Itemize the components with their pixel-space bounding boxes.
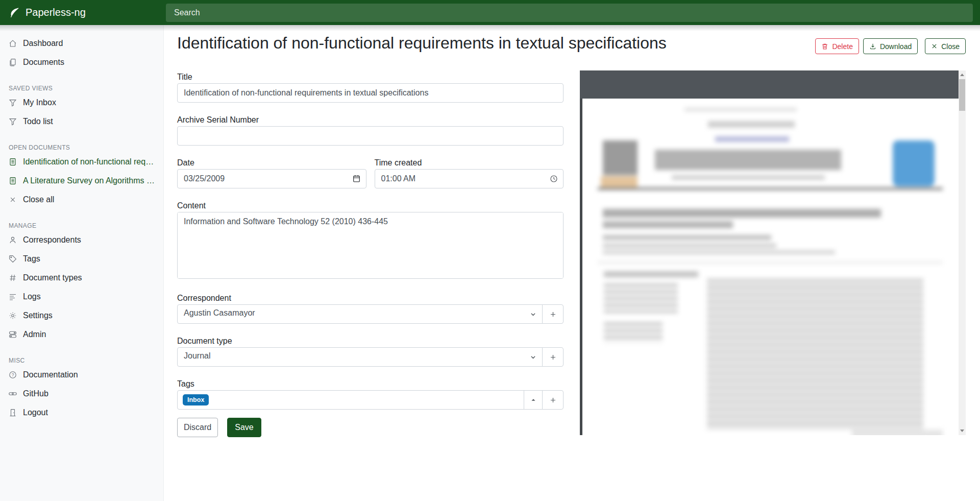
- document-type-value: Journal: [184, 351, 210, 360]
- blur-block: [715, 136, 789, 142]
- blur-block: [852, 430, 943, 435]
- blur-block: [601, 176, 638, 187]
- add-correspondent-button[interactable]: [542, 304, 564, 324]
- sidebar-item-settings[interactable]: Settings: [0, 306, 163, 325]
- file-text-icon: [9, 177, 17, 185]
- blur-block: [893, 140, 935, 186]
- sidebar-item-correspondents[interactable]: Correspondents: [0, 230, 163, 249]
- blur-block: [603, 221, 733, 228]
- tag-icon: [9, 255, 17, 263]
- delete-button[interactable]: Delete: [815, 38, 859, 54]
- sidebar-item-label: My Inbox: [23, 98, 56, 107]
- sidebar-item-label: Logout: [23, 408, 48, 417]
- time-label: Time created: [375, 157, 564, 169]
- sidebar-item-label: Tags: [23, 254, 40, 264]
- document-type-field-group: Document type Journal: [177, 335, 564, 367]
- asn-input[interactable]: [177, 126, 564, 146]
- link-icon: [9, 390, 17, 398]
- scrollbar-down-arrow[interactable]: [960, 430, 964, 432]
- add-document-type-button[interactable]: [542, 347, 564, 367]
- tag-badge-inbox[interactable]: Inbox: [183, 394, 209, 406]
- sidebar-heading-misc: MISC: [0, 356, 163, 365]
- scrollbar-thumb[interactable]: [959, 79, 965, 111]
- sidebar-item-github[interactable]: GitHub: [0, 384, 163, 403]
- blur-block: [672, 175, 825, 180]
- sidebar-item-logs[interactable]: Logs: [0, 287, 163, 306]
- document-type-label: Document type: [177, 335, 564, 347]
- blur-block: [598, 187, 943, 190]
- sidebar-item-my-inbox[interactable]: My Inbox: [0, 93, 163, 112]
- sidebar-heading-open-documents: OPEN DOCUMENTS: [0, 143, 163, 152]
- title-label: Title: [177, 71, 564, 83]
- preview-scrollbar[interactable]: [959, 70, 966, 435]
- gear-icon: [9, 312, 17, 320]
- sidebar-item-close-all[interactable]: Close all: [0, 190, 163, 209]
- sidebar-item-documentation[interactable]: ? Documentation: [0, 365, 163, 384]
- sidebar-item-open-doc-1[interactable]: Identification of non-functional require…: [0, 152, 163, 171]
- sidebar-item-todo-list[interactable]: Todo list: [0, 112, 163, 131]
- sidebar-item-label: Logs: [23, 292, 41, 301]
- correspondent-value: Agustin Casamayor: [184, 308, 255, 317]
- blur-block: [603, 250, 835, 254]
- date-time-row: Date Time created: [177, 157, 564, 188]
- document-type-select[interactable]: Journal: [177, 347, 543, 367]
- sidebar-item-open-doc-2[interactable]: A Literature Survey on Algorithms for Mu…: [0, 171, 163, 190]
- sidebar-item-label: Settings: [23, 311, 53, 320]
- download-button[interactable]: Download: [863, 38, 918, 54]
- sidebar-item-dashboard[interactable]: Dashboard: [0, 34, 163, 53]
- chevron-down-icon: [530, 311, 536, 318]
- sidebar-item-label: Todo list: [23, 117, 53, 126]
- sidebar-item-label: A Literature Survey on Algorithms for Mu…: [23, 176, 155, 185]
- add-tag-button[interactable]: [542, 390, 564, 410]
- discard-button[interactable]: Discard: [177, 418, 218, 437]
- header-actions: Delete Download Close: [815, 38, 966, 54]
- title-field-group: Title: [177, 71, 564, 103]
- delete-label: Delete: [832, 42, 852, 51]
- app-brand[interactable]: Paperless-ng: [9, 0, 86, 25]
- blur-block: [603, 235, 771, 240]
- form-actions: Discard Save: [177, 418, 564, 437]
- sidebar-heading-manage: MANAGE: [0, 221, 163, 230]
- sidebar-item-label: Identification of non-functional require…: [23, 157, 155, 166]
- sidebar-item-label: Admin: [23, 330, 46, 339]
- date-label: Date: [177, 157, 366, 169]
- blur-block: [655, 150, 841, 170]
- blurred-document-content: [582, 99, 959, 435]
- blur-block: [603, 244, 776, 248]
- pdf-viewer-toolbar: [580, 70, 959, 99]
- sidebar-item-label: Close all: [23, 195, 54, 204]
- tags-input[interactable]: Inbox: [177, 390, 524, 410]
- file-text-icon: [9, 158, 17, 166]
- content-textarea[interactable]: Information and Software Technology 52 (…: [177, 212, 564, 279]
- close-button[interactable]: Close: [925, 38, 966, 54]
- scrollbar-up-arrow[interactable]: [960, 74, 964, 76]
- sidebar-item-admin[interactable]: Admin: [0, 325, 163, 344]
- date-input[interactable]: [177, 169, 366, 188]
- sidebar: Dashboard Documents SAVED VIEWS My Inbox…: [0, 25, 164, 501]
- sidebar-item-document-types[interactable]: Document types: [0, 268, 163, 287]
- sidebar-item-logout[interactable]: Logout: [0, 403, 163, 422]
- blur-block: [604, 322, 663, 343]
- tags-field-group: Tags Inbox: [177, 378, 564, 410]
- tags-label: Tags: [177, 378, 564, 390]
- search-input[interactable]: [166, 4, 973, 22]
- sidebar-item-tags[interactable]: Tags: [0, 249, 163, 268]
- sidebar-item-label: Documents: [23, 58, 64, 67]
- title-input[interactable]: [177, 83, 564, 103]
- blur-block: [707, 278, 923, 430]
- sidebar-item-label: Documentation: [23, 370, 78, 379]
- correspondent-select[interactable]: Agustin Casamayor: [177, 304, 543, 324]
- download-label: Download: [880, 42, 912, 51]
- time-field-group: Time created: [375, 157, 564, 188]
- text-lines-icon: [9, 293, 17, 301]
- documents-icon: [9, 58, 17, 66]
- door-icon: [9, 409, 17, 417]
- collapse-tags-button[interactable]: [524, 390, 543, 410]
- sidebar-item-documents[interactable]: Documents: [0, 53, 163, 71]
- paperless-leaf-icon: [9, 7, 20, 18]
- blur-block: [603, 140, 638, 175]
- time-input[interactable]: [375, 169, 564, 188]
- download-icon: [869, 43, 876, 50]
- save-button[interactable]: Save: [227, 418, 261, 437]
- content-label: Content: [177, 200, 564, 212]
